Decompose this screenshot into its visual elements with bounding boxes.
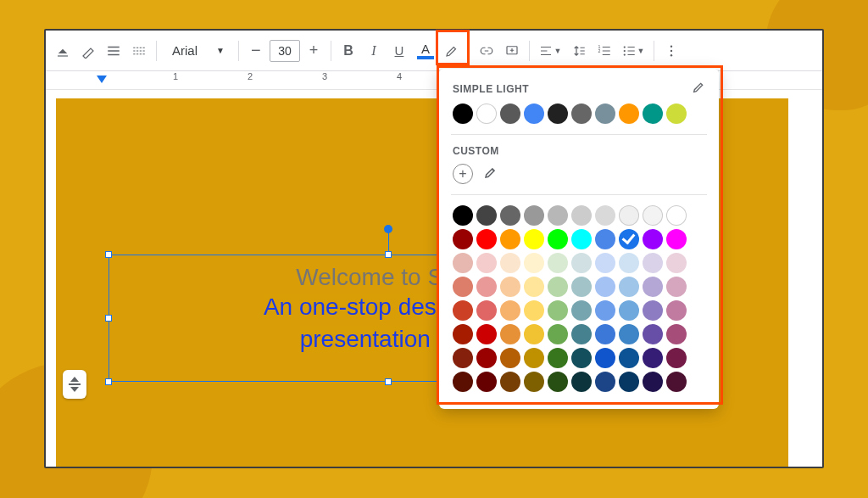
rotate-handle[interactable]: [384, 225, 392, 233]
color-swatch[interactable]: [595, 253, 615, 273]
color-swatch[interactable]: [500, 205, 520, 226]
color-swatch[interactable]: [453, 300, 473, 321]
color-swatch[interactable]: [619, 253, 639, 273]
color-swatch[interactable]: [666, 324, 687, 344]
color-swatch[interactable]: [453, 229, 473, 249]
color-swatch[interactable]: [643, 104, 663, 124]
color-swatch[interactable]: [666, 229, 687, 249]
font-size-input[interactable]: 30: [270, 40, 300, 62]
color-swatch[interactable]: [500, 300, 520, 321]
color-swatch[interactable]: [666, 348, 687, 368]
color-swatch[interactable]: [476, 372, 497, 392]
color-swatch[interactable]: [619, 300, 639, 321]
more-button[interactable]: [659, 38, 683, 64]
color-swatch[interactable]: [548, 300, 568, 321]
color-swatch[interactable]: [548, 277, 568, 297]
color-swatch[interactable]: [524, 324, 544, 344]
resize-handle[interactable]: [385, 378, 392, 385]
color-swatch[interactable]: [571, 253, 592, 273]
color-swatch[interactable]: [666, 277, 687, 297]
color-swatch[interactable]: [548, 348, 568, 368]
color-swatch[interactable]: [571, 324, 592, 344]
color-swatch[interactable]: [619, 229, 639, 249]
add-custom-color-button[interactable]: +: [453, 164, 473, 184]
color-swatch[interactable]: [619, 104, 639, 124]
color-swatch[interactable]: [595, 277, 615, 297]
color-swatch[interactable]: [619, 372, 639, 392]
add-comment-button[interactable]: [500, 38, 524, 64]
color-swatch[interactable]: [524, 300, 544, 321]
color-swatch[interactable]: [595, 300, 615, 321]
color-swatch[interactable]: [548, 205, 568, 226]
color-swatch[interactable]: [453, 253, 473, 273]
edit-theme-icon[interactable]: [692, 81, 705, 97]
color-swatch[interactable]: [524, 229, 544, 249]
color-swatch[interactable]: [619, 324, 639, 344]
color-swatch[interactable]: [595, 104, 615, 124]
color-swatch[interactable]: [571, 300, 592, 321]
increase-font-size-button[interactable]: +: [302, 38, 326, 64]
color-swatch[interactable]: [524, 372, 544, 392]
bold-button[interactable]: B: [337, 38, 360, 64]
decrease-font-size-button[interactable]: −: [244, 38, 268, 64]
resize-handle[interactable]: [105, 315, 112, 322]
color-swatch[interactable]: [571, 205, 592, 226]
color-swatch[interactable]: [619, 277, 639, 297]
eyedropper-icon[interactable]: [483, 165, 498, 183]
color-swatch[interactable]: [571, 229, 592, 249]
insert-link-button[interactable]: [475, 38, 498, 64]
color-swatch[interactable]: [595, 229, 615, 249]
color-swatch[interactable]: [571, 104, 592, 124]
underline-button[interactable]: U: [387, 38, 411, 64]
color-swatch[interactable]: [643, 205, 663, 226]
fill-color-button[interactable]: [51, 38, 75, 64]
color-swatch[interactable]: [571, 372, 592, 392]
color-swatch[interactable]: [548, 229, 568, 249]
color-swatch[interactable]: [500, 229, 520, 249]
color-swatch[interactable]: [666, 253, 687, 273]
border-dash-button[interactable]: [127, 38, 151, 64]
speaker-notes-toggle[interactable]: [63, 370, 86, 399]
color-swatch[interactable]: [643, 229, 663, 249]
line-spacing-button[interactable]: [567, 38, 591, 64]
color-swatch[interactable]: [524, 348, 544, 368]
color-swatch[interactable]: [476, 229, 497, 249]
color-swatch[interactable]: [571, 348, 592, 368]
italic-button[interactable]: I: [362, 38, 386, 64]
color-swatch[interactable]: [476, 300, 497, 321]
border-color-button[interactable]: [76, 38, 100, 64]
text-color-button[interactable]: A: [413, 36, 438, 65]
resize-handle[interactable]: [105, 378, 112, 385]
resize-handle[interactable]: [105, 251, 112, 258]
color-swatch[interactable]: [500, 324, 520, 344]
color-swatch[interactable]: [548, 104, 568, 124]
color-swatch[interactable]: [524, 205, 544, 226]
color-swatch[interactable]: [595, 372, 615, 392]
color-swatch[interactable]: [453, 348, 473, 368]
color-swatch[interactable]: [453, 372, 473, 392]
color-swatch[interactable]: [595, 348, 615, 368]
color-swatch[interactable]: [500, 372, 520, 392]
color-swatch[interactable]: [476, 324, 497, 344]
bullet-list-button[interactable]: ▼: [618, 38, 648, 64]
color-swatch[interactable]: [476, 277, 497, 297]
color-swatch[interactable]: [666, 104, 687, 124]
color-swatch[interactable]: [666, 372, 687, 392]
color-swatch[interactable]: [476, 104, 497, 124]
color-swatch[interactable]: [524, 253, 544, 273]
color-swatch[interactable]: [643, 277, 663, 297]
color-swatch[interactable]: [453, 104, 473, 124]
color-swatch[interactable]: [643, 300, 663, 321]
color-swatch[interactable]: [453, 277, 473, 297]
numbered-list-button[interactable]: 12: [593, 38, 616, 64]
color-swatch[interactable]: [548, 372, 568, 392]
border-weight-button[interactable]: [102, 38, 125, 64]
color-swatch[interactable]: [643, 348, 663, 368]
color-swatch[interactable]: [500, 253, 520, 273]
color-swatch[interactable]: [453, 324, 473, 344]
color-swatch[interactable]: [500, 104, 520, 124]
color-swatch[interactable]: [548, 324, 568, 344]
color-swatch[interactable]: [524, 277, 544, 297]
color-swatch[interactable]: [643, 324, 663, 344]
color-swatch[interactable]: [500, 348, 520, 368]
